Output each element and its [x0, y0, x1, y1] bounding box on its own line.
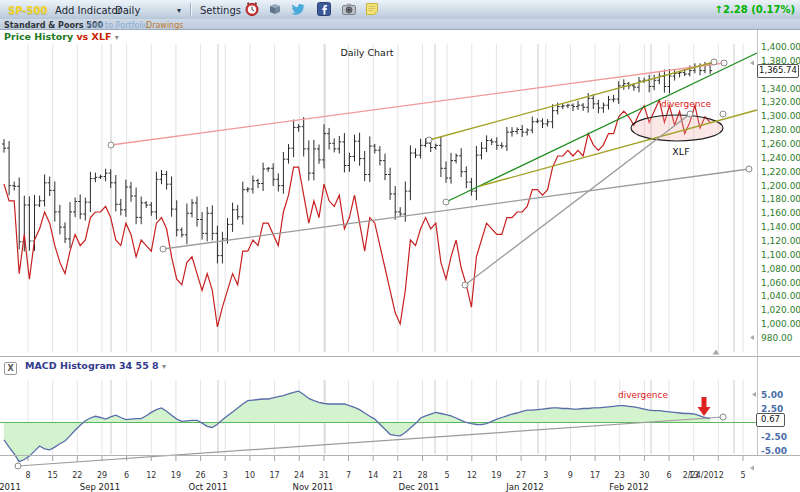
- day-tick-label: 6: [666, 471, 671, 480]
- macd-divergence-label: divergence: [608, 390, 678, 400]
- day-tick-label: 30: [639, 471, 649, 480]
- drawings-link[interactable]: Drawings: [146, 21, 183, 30]
- alerts-clock-icon[interactable]: [244, 1, 261, 18]
- macd-caret-icon[interactable]: ▾: [162, 362, 166, 371]
- day-tick-label: 15: [48, 471, 58, 480]
- drawing-handle[interactable]: [721, 60, 727, 66]
- notes-icon[interactable]: [364, 1, 381, 18]
- toolbar: SP-500 Add Indicator Daily ▾ Settings ↑2…: [0, 0, 800, 19]
- drawing-handle[interactable]: [160, 246, 166, 252]
- month-label: Sep 2011: [80, 482, 120, 492]
- divergence-ellipse[interactable]: [631, 115, 723, 141]
- month-label: 2011: [0, 482, 21, 492]
- macd-close-button[interactable]: X: [4, 362, 17, 375]
- chart-canvas[interactable]: 1,400.001,380.001,340.001,320.001,300.00…: [0, 0, 800, 492]
- day-tick-label: 17: [590, 471, 600, 480]
- day-tick-label: 3: [543, 471, 548, 480]
- day-tick-label: 12: [146, 471, 156, 480]
- facebook-icon[interactable]: [316, 1, 333, 18]
- drawing-handle[interactable]: [462, 282, 468, 288]
- macd-axis-label: -5.00: [761, 446, 787, 456]
- price-axis-label: 1,220.00: [761, 167, 800, 177]
- price-axis-label: 1,060.00: [761, 278, 800, 288]
- price-axis-label: 1,240.00: [761, 153, 800, 163]
- timeframe-caret-icon[interactable]: ▾: [177, 6, 181, 15]
- day-tick-label: 2/24/2012: [683, 471, 724, 480]
- price-axis-label: 1,280.00: [761, 125, 800, 135]
- day-tick-label: 5: [740, 471, 745, 480]
- day-tick-label: 14: [368, 471, 378, 480]
- day-tick-label: 26: [196, 471, 206, 480]
- add-to-portfolio-link[interactable]: Add to Portfolio: [87, 21, 149, 30]
- timeframe-select[interactable]: Daily: [115, 5, 140, 16]
- day-tick-label: 24: [294, 471, 304, 480]
- price-pane-header[interactable]: Price History vs XLF ▾: [4, 31, 119, 42]
- price-axis-label: 1,160.00: [761, 208, 800, 218]
- month-label: Dec 2011: [399, 482, 440, 492]
- macd-last-value-box: 0.67: [756, 413, 785, 427]
- day-tick-label: 17: [270, 471, 280, 480]
- drawing-handle[interactable]: [687, 111, 693, 117]
- macd-title: MACD Histogram 34 55 8: [25, 360, 159, 371]
- price-axis-label: 1,180.00: [761, 194, 800, 204]
- price-axis-label: 1,120.00: [761, 236, 800, 246]
- day-tick-label: 27: [516, 471, 526, 480]
- symbol-label[interactable]: SP-500: [8, 5, 47, 16]
- price-axis-label: 980.00: [761, 333, 793, 343]
- price-axis-label: 1,200.00: [761, 181, 800, 191]
- price-history-title: Price History: [4, 31, 73, 42]
- daily-chart-label: Daily Chart: [327, 47, 407, 58]
- day-tick-label: 8: [25, 471, 30, 480]
- month-label: Nov 2011: [293, 482, 334, 492]
- day-tick-label: 6: [124, 471, 129, 480]
- day-tick-label: 22: [72, 471, 82, 480]
- quote-change: ↑2.28 (0.17%): [715, 4, 795, 15]
- price-axis-label: 1,000.00: [761, 319, 800, 329]
- drawing-handle[interactable]: [711, 59, 717, 65]
- month-label: Jan 2012: [505, 482, 543, 492]
- macd-axis-label: 5.00: [761, 390, 783, 400]
- drawing-handle[interactable]: [720, 414, 726, 420]
- macd-pane-header: XMACD Histogram 34 55 8 ▾: [4, 360, 166, 375]
- drawing-handle[interactable]: [108, 142, 114, 148]
- toolbar-separator: [190, 3, 192, 16]
- add-indicator-button[interactable]: Add Indicator: [55, 5, 122, 16]
- price-axis-label: 1,020.00: [761, 305, 800, 315]
- price-axis-label: 1,340.00: [761, 84, 800, 94]
- drawing-handle[interactable]: [15, 463, 21, 469]
- drawing-handle[interactable]: [443, 199, 449, 205]
- day-tick-label: 23: [615, 471, 625, 480]
- month-label: Oct 2011: [188, 482, 227, 492]
- price-pane-caret-icon[interactable]: ▾: [115, 33, 119, 42]
- price-axis-label: 1,300.00: [761, 111, 800, 121]
- settings-button[interactable]: Settings: [200, 5, 241, 16]
- day-tick-label: 3: [223, 471, 228, 480]
- cube-share-icon[interactable]: [267, 1, 284, 18]
- snapshot-camera-icon[interactable]: [341, 1, 358, 18]
- up-arrow-icon: ↑: [715, 4, 723, 15]
- twitter-icon[interactable]: [290, 1, 307, 18]
- charting-app-window: 1,400.001,380.001,340.001,320.001,300.00…: [0, 0, 800, 492]
- day-tick-label: 31: [319, 471, 329, 480]
- drawing-handle[interactable]: [720, 111, 726, 117]
- price-axis-label: 1,040.00: [761, 291, 800, 301]
- day-tick-label: 7: [346, 471, 351, 480]
- day-tick-label: 19: [171, 471, 181, 480]
- macd-axis-label: -2.50: [761, 432, 787, 442]
- day-tick-label: 19: [491, 471, 501, 480]
- day-tick-label: 21: [393, 471, 403, 480]
- price-axis-label: 1,100.00: [761, 250, 800, 260]
- month-label: Feb 2012: [609, 482, 648, 492]
- drawing-handle[interactable]: [746, 166, 752, 172]
- day-tick-label: 29: [97, 471, 107, 480]
- drawing-handle[interactable]: [426, 137, 432, 143]
- day-tick-label: 28: [417, 471, 427, 480]
- price-axis-label: 1,260.00: [761, 139, 800, 149]
- vs-xlf-title: vs XLF: [76, 31, 111, 42]
- last-price-box: 1,365.74: [757, 64, 799, 78]
- macd-axis-label: 2.50: [761, 404, 783, 414]
- price-axis-label: 1,400.00: [761, 42, 800, 52]
- day-tick-label: 5: [445, 471, 450, 480]
- price-axis-label: 1,140.00: [761, 222, 800, 232]
- day-tick-label: 12: [467, 471, 477, 480]
